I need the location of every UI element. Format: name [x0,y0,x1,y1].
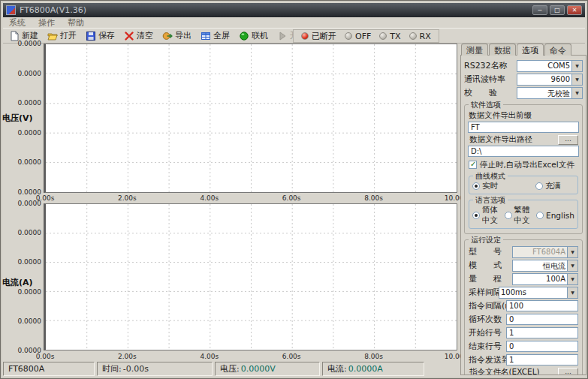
tab-measure[interactable]: 测量 [461,44,488,56]
voltage-status-panel: 电压: 0.0000V [215,362,320,376]
export-prefix-input[interactable] [468,122,579,133]
x-tick-label: 6.00s [275,194,308,202]
browse-cmd-file-button[interactable]: ... [558,368,578,376]
end-line-row: 结束行号 [469,340,578,353]
auto-export-checkbox[interactable] [469,161,477,169]
export-icon [162,31,173,41]
toolbar: 新建 打开 保存 清空 导出 全屏 联机 开启(F5) [3,28,585,44]
baud-row: 通讯波特率 9600 ▼ [464,73,583,86]
chevron-down-icon[interactable]: ▼ [571,88,582,98]
green-ball-icon [239,31,249,41]
open-folder-icon [47,31,58,41]
mode-select[interactable]: 恒电流 ▼ [512,260,578,272]
chevron-down-icon[interactable]: ▼ [571,74,582,85]
range-select[interactable]: 100A ▼ [512,273,578,285]
red-x-icon [124,31,134,41]
current-status-panel: 电流: 0.0000A [322,362,424,376]
export-path-row: 数据文件导出路径 ... [469,134,578,145]
window-controls: ─ □ ✕ [532,5,582,15]
radio-icon[interactable] [505,212,512,219]
menu-item[interactable]: 系统 [9,17,26,29]
status-tx: TX [379,32,400,41]
minimize-button[interactable]: ─ [532,5,547,15]
parity-row: 校 验 无校验 ▼ [464,86,583,99]
run-settings-group: 运行设定 型 号 FT6804A ▼ 模 式 恒电流 ▼ 量 [464,239,583,375]
current-gridlines [46,204,457,350]
browse-path-button[interactable]: ... [558,135,578,145]
x-tick-label: 8.00s [357,353,390,360]
loop-count-input[interactable] [506,314,578,325]
end-line-input[interactable] [506,341,578,352]
radio-selected-icon[interactable] [472,212,480,219]
tab-data[interactable]: 数据 [489,44,516,56]
chevron-down-icon[interactable]: ▼ [567,274,577,284]
x-tick-label: 8.00s [357,194,390,202]
curve-fill-option[interactable]: 充满 [535,181,561,191]
chevron-down-icon[interactable]: ▼ [567,260,577,271]
send-to-input[interactable] [506,354,578,365]
tab-command[interactable]: 命令 [544,44,571,56]
clear-button[interactable]: 清空 [121,29,159,42]
y-tick-label: 0.0000 [4,200,41,207]
app-icon [6,5,16,15]
x-tick-label: 2.00s [110,353,143,360]
cmd-interval-input[interactable] [506,300,578,311]
model-row: 型 号 FT6804A ▼ [469,245,578,258]
sample-interval-row: 采样间隔 100ms ▼ [469,286,578,299]
chevron-down-icon[interactable]: ▼ [567,287,577,298]
start-line-input[interactable] [506,327,578,338]
voltage-plot[interactable] [44,44,457,193]
connect-button[interactable]: 联机 [236,29,274,42]
close-button[interactable]: ✕ [567,5,582,15]
radio-icon[interactable] [535,182,543,190]
lang-traditional-option[interactable]: 繁體中文 [505,205,532,226]
export-path-input[interactable] [468,146,579,157]
save-floppy-icon [86,31,96,41]
send-to-row: 指令发送到 [469,353,578,366]
menu-item[interactable]: 帮助 [68,17,84,29]
status-bar: FT6800A 时间: -0.00s 电压: 0.0000V 电流: 0.000… [3,362,459,376]
play-icon [277,31,288,41]
rs232-select[interactable]: COM5 ▼ [517,60,583,72]
open-button[interactable]: 打开 [44,29,83,42]
cmd-interval-row: 指令间隔(ms) [469,299,578,312]
export-button[interactable]: 导出 [159,29,198,42]
menu-item[interactable]: 操作 [38,17,55,29]
y-tick-label: 0.0000 [4,129,41,137]
maximize-button[interactable]: □ [550,5,565,15]
auto-export-row: 停止时,自动导出Excel文件 [469,159,578,170]
fullscreen-button[interactable]: 全屏 [198,29,236,42]
y-tick-label: 0.0000 [4,99,41,107]
y-tick-label: 0.0000 [4,317,41,325]
connection-status-panel: 已断开 OFF TX RX [293,29,439,43]
sample-interval-select[interactable]: 100ms ▼ [499,287,578,299]
lang-simplified-option[interactable]: 简体中文 [472,205,500,226]
radio-selected-icon[interactable] [472,182,480,190]
export-prefix-label: 数据文件导出前缀 [469,110,578,121]
disconnected-led-icon [301,32,309,40]
off-led-icon [345,32,352,40]
current-axis-title: 电流(A) [2,277,33,288]
x-tick-label: 0.00s [29,353,62,360]
menu-bar: 系统操作帮助 [3,17,585,28]
software-options-group: 软件选项 数据文件导出前缀 数据文件导出路径 ... 停止时,自动导出Excel… [464,104,583,234]
save-button[interactable]: 保存 [83,29,121,42]
settings-panel: 测量 数据 选项 命令 RS232名称 COM5 ▼ 通讯波特率 9600 ▼ [460,44,586,375]
app-window: FT6800A(V1.36) ─ □ ✕ 系统操作帮助 新建 打开 保存 清空 [0,0,588,379]
x-tick-label: 4.00s [193,194,226,202]
y-tick-label: 0.0000 [4,158,41,166]
cmd-file-row: 指令文件名(EXCEL) ... [469,367,578,375]
parity-select[interactable]: 无校验 ▼ [517,87,583,99]
chevron-down-icon[interactable]: ▼ [571,61,582,71]
lang-english-option[interactable]: English [536,205,574,226]
current-plot[interactable] [44,203,457,350]
tab-options[interactable]: 选项 [517,44,544,56]
mode-row: 模 式 恒电流 ▼ [469,259,578,272]
curve-realtime-option[interactable]: 实时 [472,181,498,191]
baud-select[interactable]: 9600 ▼ [517,74,583,86]
radio-icon[interactable] [536,212,544,219]
title-bar[interactable]: FT6800A(V1.36) ─ □ ✕ [3,3,585,17]
device-status-panel: FT6800A [3,362,95,376]
start-line-row: 开始行号 [469,326,578,339]
y-tick-label: 0.0000 [4,288,41,296]
